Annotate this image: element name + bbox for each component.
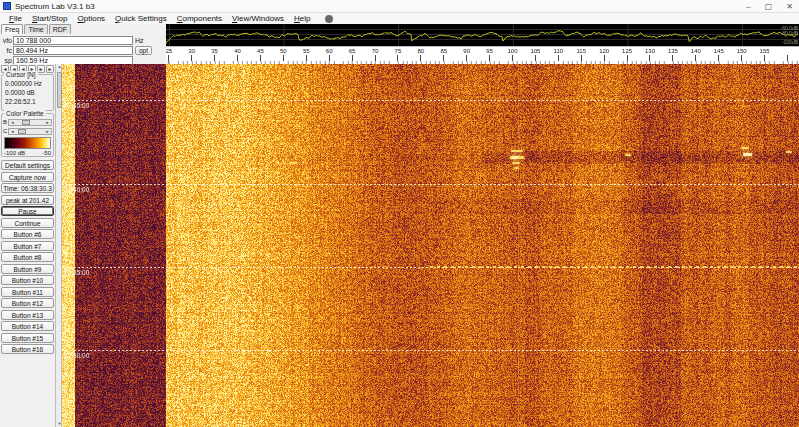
freq-scale-label: 155 <box>760 48 770 54</box>
freq-scale-label: 85 <box>440 48 447 54</box>
spectrum-trace-canvas[interactable] <box>166 24 799 46</box>
button-button-13[interactable]: Button #13 <box>1 310 54 320</box>
menu-item-file[interactable]: File <box>4 13 27 24</box>
sp-label: sp <box>0 57 12 64</box>
close-button[interactable]: ✕ <box>786 0 793 13</box>
freq-scale-tick <box>329 55 330 61</box>
freq-scale-label: 30 <box>188 48 195 54</box>
freq-scale-label: 115 <box>576 48 586 54</box>
carrier-line <box>518 64 519 427</box>
cursor-frequency: 0.000000 Hz <box>2 79 53 88</box>
freq-shift-button-4[interactable]: ► <box>37 65 45 73</box>
waterfall-canvas[interactable] <box>62 64 799 427</box>
freq-scale-tick <box>214 55 215 61</box>
menu-item-help[interactable]: Help <box>289 13 315 24</box>
freq-scale-label: 70 <box>372 48 379 54</box>
button-default-settings[interactable]: Default settings <box>1 160 54 170</box>
button-pause[interactable]: Pause <box>1 206 54 216</box>
slider-right-arrow-icon[interactable]: ► <box>44 120 51 125</box>
db-grid-label: -100dB <box>782 40 798 45</box>
freq-scale-tick <box>695 55 696 61</box>
frequency-panel: FreqTimeRDF vfo 10 788 000 Hz fc 80.494 … <box>0 24 166 64</box>
vfo-field[interactable]: 10 788 000 <box>13 36 133 45</box>
freq-scale-tick <box>443 55 444 61</box>
window-title: Spectrum Lab V3.1 b3 <box>15 0 95 13</box>
freq-scale-label: 110 <box>554 48 564 54</box>
slider-right-arrow-icon[interactable]: ► <box>44 129 51 134</box>
signal-hotspot <box>514 167 519 169</box>
freq-scale-tick <box>649 55 650 61</box>
fc-label: fc <box>0 47 12 54</box>
signal-hotspot <box>512 162 520 164</box>
vfo-label: vfo <box>0 37 12 44</box>
spectrum-graph[interactable]: -60.0dB-80.0dB-100dB <box>166 24 799 46</box>
freq-scale-tick <box>535 55 536 61</box>
frequency-scale[interactable]: 2530354045505560657075808590951001051101… <box>166 46 799 64</box>
time-gridline-label: 22:45:00 <box>64 102 89 109</box>
button-button-16[interactable]: Button #16 <box>1 344 54 354</box>
button-peak-at-201-42-hz[interactable]: peak at 201.42 Hz <box>1 195 54 205</box>
contrast-slider-thumb[interactable] <box>18 129 26 134</box>
signal-hotspot <box>741 147 749 149</box>
freq-scale-tick <box>237 55 238 61</box>
minimize-button[interactable]: – <box>746 0 750 13</box>
opt-button[interactable]: opt <box>135 46 152 55</box>
freq-scale-label: 50 <box>280 48 287 54</box>
fc-field[interactable]: 80.494 Hz <box>13 46 133 55</box>
color-palette-groupbox: Color Palette B ◄ ► C ◄ ► -100 dB <box>1 113 54 157</box>
maximize-button[interactable]: ▢ <box>765 0 773 13</box>
menu-item-start-stop[interactable]: Start/Stop <box>27 13 73 24</box>
freq-scale-label: 25 <box>166 48 172 54</box>
freq-scale-tick <box>672 55 673 61</box>
button-continue[interactable]: Continue <box>1 218 54 228</box>
freq-scale-tick <box>558 55 559 61</box>
tab-freq[interactable]: Freq <box>1 24 23 34</box>
title-bar: Spectrum Lab V3.1 b3 – ▢ ✕ <box>0 0 799 13</box>
freq-shift-button-5[interactable]: ► <box>46 65 54 73</box>
freq-scale-label: 105 <box>530 48 540 54</box>
tab-time[interactable]: Time <box>24 24 47 34</box>
contrast-slider[interactable]: ◄ ► <box>8 128 52 135</box>
freq-scale-label: 55 <box>303 48 310 54</box>
freq-scale-label: 80 <box>417 48 424 54</box>
button-capture-now[interactable]: Capture now <box>1 172 54 182</box>
palette-group-title: Color Palette <box>4 110 46 117</box>
button-button-15[interactable]: Button #15 <box>1 333 54 343</box>
button-button-8[interactable]: Button #8 <box>1 252 54 262</box>
button-button-9[interactable]: Button #9 <box>1 264 54 274</box>
menu-item-quick-settings[interactable]: Quick Settings <box>110 13 172 24</box>
signal-hotspot <box>625 154 631 156</box>
tab-rdf[interactable]: RDF <box>49 24 71 34</box>
freq-scale-label: 95 <box>486 48 493 54</box>
button-button-14[interactable]: Button #14 <box>1 321 54 331</box>
freq-scale-tick <box>168 55 169 61</box>
cursor-time: 22:26:52.1 <box>2 97 53 106</box>
brightness-slider-thumb[interactable] <box>22 120 30 125</box>
freq-scale-label: 60 <box>326 48 333 54</box>
button-button-12[interactable]: Button #12 <box>1 298 54 308</box>
slider-left-arrow-icon[interactable]: ◄ <box>9 120 16 125</box>
freq-scale-label: 90 <box>463 48 470 54</box>
menu-item-options[interactable]: Options <box>73 13 111 24</box>
palette-max-label: -50 <box>42 149 51 157</box>
freq-scale-tick <box>420 55 421 61</box>
freq-scale-tick <box>787 55 788 61</box>
waterfall-scrollbar[interactable]: ▲ ▼ <box>55 64 62 427</box>
button-time-06-38-30-3[interactable]: Time: 06:38:30.3 <box>1 183 54 193</box>
slider-left-arrow-icon[interactable]: ◄ <box>9 129 16 134</box>
button-button-6[interactable]: Button #6 <box>1 229 54 239</box>
button-button-10[interactable]: Button #10 <box>1 275 54 285</box>
menu-item-components[interactable]: Components <box>172 13 227 24</box>
waterfall-display[interactable]: 22:45:0022:40:0022:35:0022:30:00 <box>62 64 799 427</box>
button-button-11[interactable]: Button #11 <box>1 287 54 297</box>
button-button-7[interactable]: Button #7 <box>1 241 54 251</box>
time-gridline <box>62 184 799 185</box>
brightness-slider[interactable]: ◄ ► <box>8 119 52 126</box>
vfo-unit: Hz <box>135 37 144 44</box>
signal-hotspot <box>786 151 792 153</box>
menu-item-view-windows[interactable]: View/Windows <box>227 13 289 24</box>
freq-scale-tick <box>397 55 398 61</box>
freq-scale-tick <box>627 55 628 61</box>
freq-scale-label: 140 <box>691 48 701 54</box>
freq-scale-label: 100 <box>507 48 517 54</box>
